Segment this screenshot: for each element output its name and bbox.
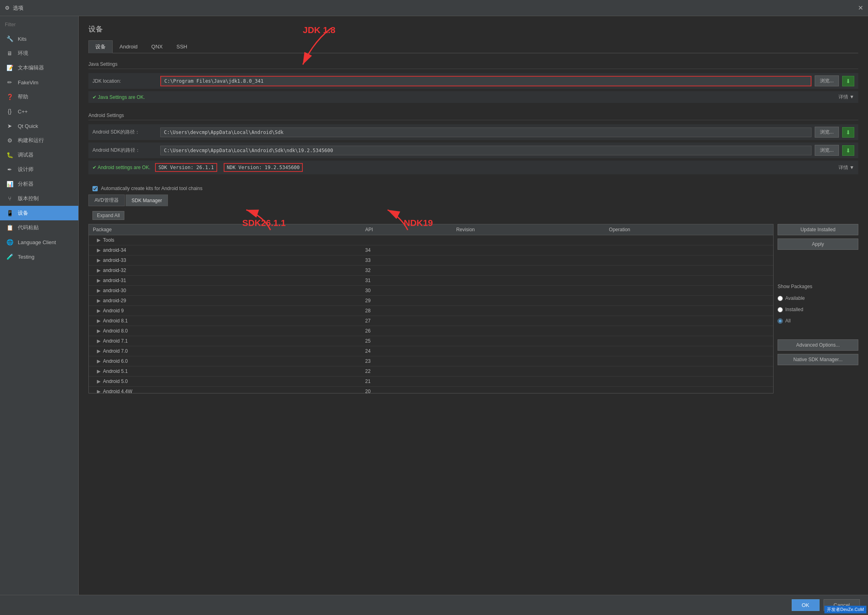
java-status-row: ✔ Java Settings are OK. 详情 ▼	[88, 91, 858, 103]
android-settings-title: Android Settings	[88, 111, 858, 120]
sidebar-item-cpp[interactable]: {} C++	[0, 104, 78, 119]
ndk-download-button[interactable]: ⬇	[842, 145, 854, 156]
sidebar-item-designer[interactable]: ✒ 设计师	[0, 162, 78, 177]
ok-button[interactable]: OK	[792, 599, 820, 611]
close-button[interactable]: ✕	[858, 4, 863, 12]
sidebar-item-debugger[interactable]: 🐛 调试器	[0, 148, 78, 162]
table-row[interactable]: ▶Android 5.0 21	[89, 377, 773, 387]
language-client-icon: 🌐	[6, 238, 14, 246]
jdk-browse-button[interactable]: 浏览...	[815, 75, 839, 86]
row-operation	[605, 296, 773, 306]
cpp-icon: {}	[6, 107, 14, 115]
sidebar-item-env[interactable]: 🖥 环境	[0, 46, 78, 61]
auto-create-label: Automatically create kits for Android to…	[101, 186, 202, 191]
all-label: All	[785, 318, 790, 324]
sidebar-item-kits[interactable]: 🔧 Kits	[0, 31, 78, 46]
table-row[interactable]: ▶Android 8.1 27	[89, 316, 773, 326]
row-api: 28	[361, 306, 452, 316]
update-installed-button[interactable]: Update Installed	[778, 224, 858, 235]
installed-radio-row: Installed	[778, 305, 858, 314]
sidebar-item-language-client[interactable]: 🌐 Language Client	[0, 235, 78, 249]
row-revision	[452, 326, 605, 336]
sidebar-item-fakevim[interactable]: ✏ FakeVim	[0, 75, 78, 90]
ndk-field-row: Android NDK的路径： 浏览... ⬇	[88, 142, 858, 158]
android-status-ok: ✔ Android settings are OK.	[92, 165, 150, 170]
col-revision: Revision	[452, 224, 605, 235]
android-detail-button[interactable]: 详情 ▼	[839, 164, 854, 171]
row-operation	[605, 276, 773, 286]
sub-tab-avd[interactable]: AVD管理器	[88, 195, 125, 206]
row-revision	[452, 235, 605, 245]
auto-create-checkbox[interactable]	[92, 186, 98, 191]
designer-icon: ✒	[6, 165, 14, 174]
expand-all-button[interactable]: Expand All	[92, 211, 124, 220]
env-icon: 🖥	[6, 49, 14, 57]
sidebar-item-analyzer[interactable]: 📊 分析器	[0, 177, 78, 191]
sidebar-item-devices[interactable]: 📱 设备	[0, 206, 78, 220]
sdk-table-wrap[interactable]: Package API Revision Operation ▶Tools ▶a…	[88, 224, 774, 393]
sidebar-item-build-run[interactable]: ⚙ 构建和运行	[0, 133, 78, 148]
page-title: 设备	[88, 24, 858, 34]
sdk-download-button[interactable]: ⬇	[842, 127, 854, 138]
table-row[interactable]: ▶android-29 29	[89, 296, 773, 306]
row-api: 33	[361, 255, 452, 266]
all-radio[interactable]	[778, 318, 783, 324]
tab-qnx[interactable]: QNX	[145, 40, 170, 53]
advanced-options-button[interactable]: Advanced Options...	[778, 339, 858, 351]
sidebar-item-testing[interactable]: 🧪 Testing	[0, 249, 78, 264]
tab-ssh[interactable]: SSH	[170, 40, 194, 53]
table-row[interactable]: ▶Tools	[89, 235, 773, 245]
java-settings-title: Java Settings	[88, 60, 858, 69]
build-run-icon: ⚙	[6, 136, 14, 144]
available-radio[interactable]	[778, 296, 783, 301]
jdk-input[interactable]	[160, 76, 811, 86]
sidebar-item-qt-quick[interactable]: ➤ Qt Quick	[0, 119, 78, 133]
table-row[interactable]: ▶android-34 34	[89, 245, 773, 255]
ndk-version-badge: NDK Version: 19.2.5345600	[224, 163, 303, 172]
tabs-bar: 设备 Android QNX SSH	[88, 40, 858, 53]
apply-button[interactable]: Apply	[778, 238, 858, 250]
sdk-input[interactable]	[160, 128, 811, 137]
row-revision	[452, 377, 605, 387]
row-package: ▶Android 6.0	[89, 356, 361, 366]
table-row[interactable]: ▶Android 9 28	[89, 306, 773, 316]
row-package: ▶Tools	[89, 235, 361, 245]
sidebar: Filter 🔧 Kits 🖥 环境 📝 文本编辑器 ✏ FakeVim ❓ 帮…	[0, 16, 79, 595]
jdk-download-button[interactable]: ⬇	[842, 76, 854, 86]
titlebar-title: ⚙ 选项	[5, 4, 23, 12]
row-revision	[452, 356, 605, 366]
sidebar-item-help[interactable]: ❓ 帮助	[0, 90, 78, 104]
table-row[interactable]: ▶Android 8.0 26	[89, 326, 773, 336]
table-row[interactable]: ▶Android 7.1 25	[89, 336, 773, 346]
installed-radio[interactable]	[778, 307, 783, 312]
expand-all-row: Expand All	[88, 209, 858, 222]
bottom-bar: OK Cancel	[0, 595, 868, 615]
ndk-browse-button[interactable]: 浏览...	[815, 145, 839, 156]
java-detail-button[interactable]: 详情 ▼	[839, 94, 854, 100]
row-package: ▶Android 8.1	[89, 316, 361, 326]
table-row[interactable]: ▶Android 6.0 23	[89, 356, 773, 366]
table-row[interactable]: ▶android-33 33	[89, 255, 773, 266]
sidebar-item-text-editor[interactable]: 📝 文本编辑器	[0, 61, 78, 75]
sidebar-item-version-control[interactable]: ⑂ 版本控制	[0, 191, 78, 206]
help-icon: ❓	[6, 93, 14, 101]
tab-android[interactable]: Android	[113, 40, 145, 53]
table-row[interactable]: ▶android-32 32	[89, 266, 773, 276]
sdk-browse-button[interactable]: 浏览...	[815, 127, 839, 138]
sidebar-item-code-snippets[interactable]: 📋 代码粘贴	[0, 220, 78, 235]
ndk-input[interactable]	[160, 146, 811, 155]
row-package: ▶Android 7.1	[89, 336, 361, 346]
row-revision	[452, 366, 605, 377]
table-row[interactable]: ▶Android 7.0 24	[89, 346, 773, 356]
tab-devices[interactable]: 设备	[88, 40, 113, 53]
version-control-icon: ⑂	[6, 195, 14, 203]
table-row[interactable]: ▶android-30 30	[89, 286, 773, 296]
java-settings-section: Java Settings JDK location: 浏览... ⬇ ✔ Ja…	[88, 60, 858, 103]
table-row[interactable]: ▶Android 4.4W 20	[89, 387, 773, 394]
row-operation	[605, 377, 773, 387]
native-sdk-button[interactable]: Native SDK Manager...	[778, 354, 858, 365]
sub-tab-sdk[interactable]: SDK Manager	[126, 195, 168, 206]
row-api: 24	[361, 346, 452, 356]
table-row[interactable]: ▶android-31 31	[89, 276, 773, 286]
table-row[interactable]: ▶Android 5.1 22	[89, 366, 773, 377]
